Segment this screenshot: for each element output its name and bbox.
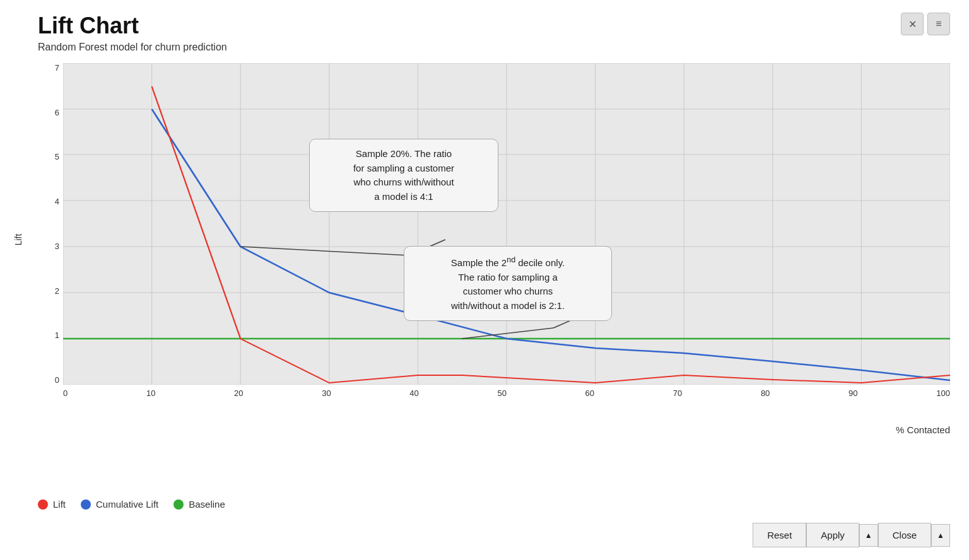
legend: Lift Cumulative Lift Baseline bbox=[38, 499, 225, 510]
x-icon: ✕ bbox=[908, 18, 917, 30]
x-tick-100: 100 bbox=[936, 388, 950, 398]
x-tick-90: 90 bbox=[849, 388, 857, 398]
chart-svg bbox=[63, 63, 950, 385]
x-tick-10: 10 bbox=[146, 388, 155, 398]
y-tick-7: 7 bbox=[55, 63, 59, 73]
x-tick-70: 70 bbox=[673, 388, 682, 398]
x-tick-20: 20 bbox=[234, 388, 243, 398]
apply-button[interactable]: Apply bbox=[806, 523, 859, 547]
x-tick-0: 0 bbox=[63, 388, 68, 398]
close-button[interactable]: Close bbox=[878, 523, 931, 547]
y-axis-label: Lift bbox=[13, 234, 23, 246]
close-icon-button[interactable]: ✕ bbox=[901, 13, 924, 35]
x-tick-50: 50 bbox=[497, 388, 506, 398]
x-tick-80: 80 bbox=[761, 388, 770, 398]
legend-item-lift: Lift bbox=[38, 499, 66, 510]
menu-icon: ≡ bbox=[936, 18, 941, 30]
legend-label-baseline: Baseline bbox=[189, 499, 225, 510]
x-tick-30: 30 bbox=[322, 388, 331, 398]
legend-label-cumulative: Cumulative Lift bbox=[96, 499, 158, 510]
y-tick-6: 6 bbox=[55, 108, 59, 117]
close-arrow-button[interactable]: ▲ bbox=[931, 524, 950, 547]
x-axis-label: % Contacted bbox=[896, 424, 950, 435]
legend-dot-lift bbox=[38, 499, 48, 510]
apply-arrow-button[interactable]: ▲ bbox=[859, 524, 878, 547]
legend-item-baseline: Baseline bbox=[173, 499, 225, 510]
chart-plot: Sample 20%. The ratiofor sampling a cust… bbox=[63, 63, 950, 385]
y-tick-3: 3 bbox=[55, 242, 59, 251]
legend-label-lift: Lift bbox=[53, 499, 66, 510]
menu-icon-button[interactable]: ≡ bbox=[927, 13, 950, 35]
reset-button[interactable]: Reset bbox=[753, 523, 806, 547]
page-container: Lift Chart Random Forest model for churn… bbox=[0, 0, 969, 560]
y-tick-2: 2 bbox=[55, 286, 59, 296]
legend-item-cumulative: Cumulative Lift bbox=[81, 499, 158, 510]
chart-subtitle: Random Forest model for churn prediction bbox=[38, 42, 227, 53]
y-tick-5: 5 bbox=[55, 152, 59, 161]
x-tick-40: 40 bbox=[409, 388, 418, 398]
x-tick-60: 60 bbox=[585, 388, 594, 398]
top-right-buttons: ✕ ≡ bbox=[901, 13, 950, 35]
chart-title: Lift Chart bbox=[38, 13, 227, 39]
bottom-buttons: Reset Apply ▲ Close ▲ bbox=[753, 523, 950, 547]
legend-dot-baseline bbox=[173, 499, 184, 510]
y-tick-4: 4 bbox=[55, 197, 59, 206]
title-area: Lift Chart Random Forest model for churn… bbox=[38, 13, 227, 53]
y-tick-1: 1 bbox=[55, 330, 59, 340]
y-tick-0: 0 bbox=[55, 375, 59, 385]
legend-dot-cumulative bbox=[81, 499, 91, 510]
chart-area: Lift bbox=[38, 63, 950, 416]
